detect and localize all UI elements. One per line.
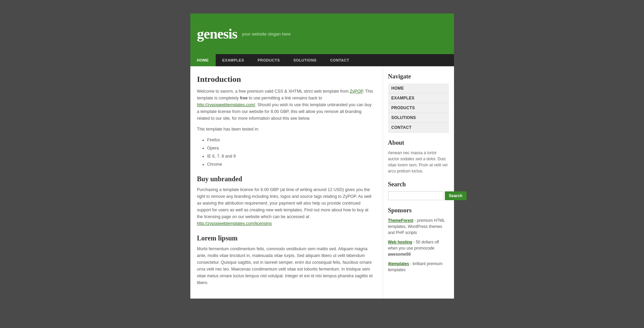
navigate-section: Navigate HOME EXAMPLES PRODUCTS SOLUTION… — [388, 73, 449, 133]
list-item: Chrome — [207, 161, 374, 168]
sidebar-nav-item: CONTACT — [388, 123, 449, 133]
themeforest-link[interactable]: ThemeForest — [388, 218, 413, 223]
sidebar-nav-contact[interactable]: CONTACT — [388, 123, 449, 133]
site-slogan: your website slogan here — [242, 31, 291, 37]
search-title: Search — [388, 181, 449, 188]
sidebar-nav-item: PRODUCTS — [388, 103, 449, 113]
about-section: About Aenean nec massa a tortor auctor s… — [388, 139, 449, 174]
zypop-link[interactable]: ZyPOP — [350, 89, 363, 94]
main-content: Introduction Welcome to sworm, a free pr… — [190, 66, 383, 299]
about-text: Aenean nec massa a tortor auctor sodales… — [388, 150, 449, 174]
content-wrapper: Introduction Welcome to sworm, a free pr… — [190, 66, 454, 299]
site-title: genesis — [197, 26, 237, 42]
tested-intro: This template has been tested in: — [197, 126, 374, 133]
sidebar-nav-item: EXAMPLES — [388, 93, 449, 103]
sidebar: Navigate HOME EXAMPLES PRODUCTS SOLUTION… — [383, 66, 454, 299]
sponsor-themeforest: ThemeForest - premium HTML templates, Wo… — [388, 217, 449, 236]
sidebar-nav-solutions[interactable]: SOLUTIONS — [388, 113, 449, 123]
webhosting-link[interactable]: Web hosting — [388, 240, 412, 244]
nav-products[interactable]: PRODUCTS — [251, 54, 287, 66]
list-item: Firefox — [207, 137, 374, 143]
sidebar-nav-products[interactable]: PRODUCTS — [388, 103, 449, 113]
sponsor-4templates: 4templates - brilliant premium templates — [388, 261, 449, 273]
intro-paragraph-1: Welcome to sworm, a free premium valid C… — [197, 88, 374, 122]
buy-title: Buy unbranded — [197, 175, 374, 183]
site-header: genesis your website slogan here — [190, 14, 454, 54]
search-row: Search — [388, 191, 449, 200]
licensing-link[interactable]: http://zypopwebtemplates.com/licensing — [197, 221, 272, 226]
sidebar-nav-item: SOLUTIONS — [388, 113, 449, 123]
search-section: Search Search — [388, 181, 449, 200]
sponsors-title: Sponsors — [388, 207, 449, 214]
main-nav: HOME EXAMPLES PRODUCTS SOLUTIONS CONTACT — [190, 54, 454, 66]
nav-examples[interactable]: EXAMPLES — [216, 54, 251, 66]
nav-solutions[interactable]: SOLUTIONS — [287, 54, 324, 66]
sidebar-nav-item: HOME — [388, 84, 449, 93]
sidebar-nav: HOME EXAMPLES PRODUCTS SOLUTIONS CONTACT — [388, 84, 449, 133]
lorem-paragraph: Morbi fermentum condimentum felis, commo… — [197, 245, 374, 286]
sidebar-nav-home[interactable]: HOME — [388, 84, 449, 93]
website-link[interactable]: http://zypopwebtemplates.com/ — [197, 102, 255, 107]
sponsors-section: Sponsors ThemeForest - premium HTML temp… — [388, 207, 449, 273]
sidebar-nav-examples[interactable]: EXAMPLES — [388, 93, 449, 103]
tested-list: Firefox Opera IE 6, 7, 8 and 9 Chrome — [207, 137, 374, 168]
4templates-link[interactable]: 4templates — [388, 261, 409, 266]
lorem-title: Lorem lipsum — [197, 234, 374, 242]
list-item: IE 6, 7, 8 and 9 — [207, 153, 374, 160]
sponsor-webhosting: Web hosting - 50 dollars off when you us… — [388, 239, 449, 257]
intro-title: Introduction — [197, 75, 374, 84]
search-input[interactable] — [388, 191, 444, 200]
list-item: Opera — [207, 145, 374, 151]
navigate-title: Navigate — [388, 73, 449, 80]
search-button[interactable]: Search — [445, 191, 467, 200]
buy-paragraph: Purchasing a template license for 8.00 G… — [197, 186, 374, 227]
about-title: About — [388, 139, 449, 146]
nav-contact[interactable]: CONTACT — [323, 54, 356, 66]
nav-home[interactable]: HOME — [190, 54, 216, 66]
